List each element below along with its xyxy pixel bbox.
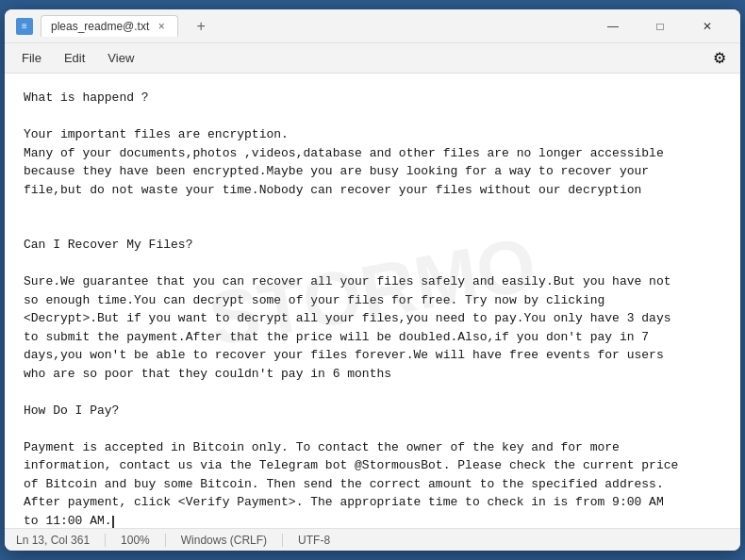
menu-view[interactable]: View — [98, 47, 143, 69]
editor-area[interactable]: STORMO What is happend ? Your important … — [5, 74, 740, 528]
cursor-position: Ln 13, Col 361 — [16, 534, 106, 547]
encoding: UTF-8 — [283, 534, 345, 547]
maximize-button[interactable]: □ — [638, 11, 682, 41]
tab[interactable]: pleas_readme@.txt × — [41, 15, 178, 37]
line-ending: Windows (CRLF) — [166, 534, 283, 547]
app-icon — [16, 18, 33, 35]
minimize-button[interactable]: — — [591, 11, 635, 41]
status-bar: Ln 13, Col 361 100% Windows (CRLF) UTF-8 — [5, 528, 740, 551]
title-bar: pleas_readme@.txt × + — □ ✕ — [5, 9, 740, 43]
main-window: pleas_readme@.txt × + — □ ✕ File Edit Vi… — [5, 9, 740, 551]
menu-edit[interactable]: Edit — [55, 47, 94, 69]
tab-close-button[interactable]: × — [155, 20, 168, 33]
menu-bar: File Edit View ⚙ — [5, 43, 740, 74]
text-cursor — [112, 516, 114, 528]
zoom-level: 100% — [106, 534, 166, 547]
close-button[interactable]: ✕ — [686, 11, 729, 41]
tab-label: pleas_readme@.txt — [51, 20, 149, 33]
window-controls: — □ ✕ — [591, 11, 729, 41]
editor-content: What is happend ? Your important files a… — [24, 89, 721, 528]
settings-button[interactable]: ⚙ — [706, 45, 733, 72]
menu-file[interactable]: File — [12, 47, 51, 69]
new-tab-button[interactable]: + — [190, 15, 212, 38]
